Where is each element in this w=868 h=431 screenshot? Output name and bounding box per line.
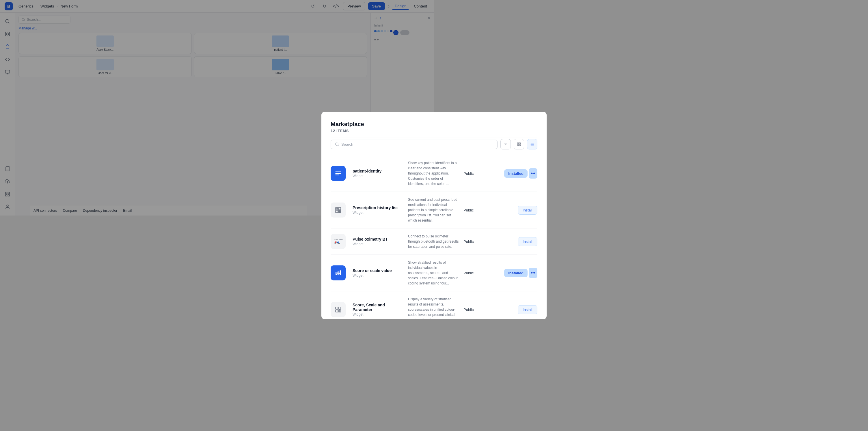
widget-type-prescription: Widget bbox=[352, 210, 403, 214]
modal-overlay[interactable]: Marketplace 12 ITEMS Search bbox=[0, 0, 434, 216]
svg-point-18 bbox=[336, 143, 338, 145]
svg-rect-32 bbox=[335, 174, 339, 175]
svg-line-19 bbox=[338, 145, 339, 146]
widget-name-patient-identity: patient-identity bbox=[352, 169, 403, 173]
widget-desc-patient-identity: Show key patient identifiers in a clear … bbox=[408, 160, 434, 186]
widget-icon-patient-identity bbox=[331, 166, 346, 181]
widget-icon-prescription bbox=[331, 202, 346, 216]
modal-search-placeholder: Search bbox=[341, 142, 353, 146]
widget-type-patient-identity: Widget bbox=[352, 174, 403, 178]
modal-title: Marketplace bbox=[331, 121, 434, 128]
widget-info-prescription: Prescription history list Widget bbox=[352, 205, 403, 214]
modal-count: 12 ITEMS bbox=[331, 129, 434, 133]
widget-name-prescription: Prescription history list bbox=[352, 205, 403, 210]
svg-rect-31 bbox=[335, 173, 341, 174]
widget-row-patient-identity: patient-identity Widget Show key patient… bbox=[331, 155, 434, 192]
svg-rect-36 bbox=[336, 210, 338, 212]
modal-divider-top bbox=[331, 138, 434, 138]
widget-info-patient-identity: patient-identity Widget bbox=[352, 169, 403, 178]
modal-search-box[interactable]: Search bbox=[331, 140, 434, 149]
modal-search-row: Search bbox=[331, 139, 434, 150]
widget-desc-prescription: See current and past prescribed medicati… bbox=[408, 197, 434, 216]
widget-row-prescription: Prescription history list Widget See cur… bbox=[331, 192, 434, 216]
svg-rect-35 bbox=[338, 207, 341, 210]
svg-rect-30 bbox=[335, 172, 341, 172]
search-icon bbox=[335, 142, 339, 146]
marketplace-modal: Marketplace 12 ITEMS Search bbox=[321, 112, 434, 216]
